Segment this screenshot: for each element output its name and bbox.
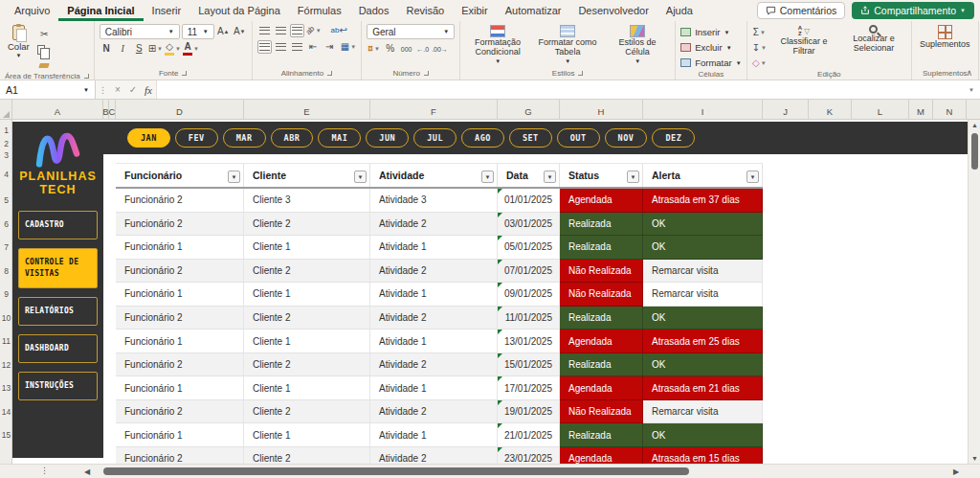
select-all-corner[interactable] — [0, 100, 12, 120]
increase-decimal-icon[interactable]: ←.0 — [415, 42, 430, 56]
row-header-13[interactable]: 13 — [0, 383, 12, 393]
bold-button[interactable]: N — [100, 42, 114, 56]
sheet-tab-handle-icon[interactable]: ⋮ — [40, 466, 49, 475]
cell-status[interactable]: Realizada — [560, 236, 643, 260]
cell-alerta[interactable]: OK — [643, 423, 763, 447]
column-header-E[interactable]: E — [244, 100, 370, 120]
clear-icon[interactable]: ◇▼ — [752, 57, 767, 70]
cell-status[interactable]: Realizada — [560, 353, 643, 377]
cell-data[interactable]: 19/01/2025 — [498, 400, 560, 424]
row-header-1[interactable]: 1 — [0, 125, 12, 135]
cell-status[interactable]: Agendada — [560, 447, 643, 464]
horizontal-scroll-thumb[interactable] — [103, 467, 689, 475]
menu-tab-exibir[interactable]: Exibir — [453, 0, 497, 21]
merge-center-icon[interactable]: ▦▼ — [341, 40, 356, 54]
cell-styles-button[interactable]: Estilos de Célula ▼ — [605, 24, 670, 65]
menu-tab-inserir[interactable]: Inserir — [144, 0, 190, 21]
column-header-M[interactable]: M — [909, 100, 933, 120]
row-header-12[interactable]: 12 — [0, 360, 12, 370]
cell-alerta[interactable]: OK — [643, 213, 763, 237]
month-tab-ago[interactable]: AGO — [461, 128, 504, 148]
align-left-icon[interactable] — [257, 40, 272, 54]
align-top-icon[interactable] — [257, 24, 272, 37]
column-header-F[interactable]: F — [370, 100, 498, 120]
filter-button[interactable]: ▼ — [627, 171, 639, 183]
align-bottom-icon[interactable] — [290, 24, 304, 37]
sidebar-item-dashboard[interactable]: DASHBOARD — [18, 334, 98, 363]
cell-atividade[interactable]: Atividade 1 — [370, 236, 498, 260]
cell-cliente[interactable]: Cliente 3 — [244, 189, 370, 213]
increase-indent-icon[interactable]: ⇥ — [323, 40, 337, 54]
cell-data[interactable]: 03/01/2025 — [498, 213, 560, 237]
sort-filter-button[interactable]: AZ▽ Classificar e Filtrar — [771, 24, 836, 57]
formula-input[interactable] — [156, 80, 963, 99]
month-tab-nov[interactable]: NOV — [605, 128, 648, 148]
filter-button[interactable]: ▼ — [544, 171, 556, 183]
month-tab-set[interactable]: SET — [509, 128, 552, 148]
month-tab-jun[interactable]: JUN — [366, 128, 409, 148]
cell-atividade[interactable]: Atividade 1 — [370, 330, 498, 353]
cell-funcionario[interactable]: Funcionário 2 — [116, 307, 244, 330]
cell-status[interactable]: Agendada — [560, 376, 643, 400]
cell-cliente[interactable]: Cliente 2 — [244, 400, 370, 424]
enter-icon[interactable]: ✓ — [125, 80, 141, 99]
cell-alerta[interactable]: Remarcar visita — [643, 400, 763, 424]
menu-tab-desenvolvedor[interactable]: Desenvolvedor — [569, 0, 657, 21]
vertical-scrollbar[interactable]: ▲ ▼ — [968, 120, 980, 464]
cell-cliente[interactable]: Cliente 2 — [244, 447, 370, 464]
menu-tab-formulas[interactable]: Fórmulas — [289, 0, 350, 21]
cell-data[interactable]: 11/01/2025 — [498, 307, 560, 330]
month-tab-mar[interactable]: MAR — [223, 128, 266, 148]
scroll-left-icon[interactable]: ◀ — [84, 467, 90, 476]
cell-cliente[interactable]: Cliente 1 — [244, 283, 370, 307]
cell-alerta[interactable]: Atrasada em 15 dias — [643, 447, 763, 464]
decrease-font-icon[interactable]: A▼ — [233, 25, 247, 38]
cell-data[interactable]: 09/01/2025 — [498, 283, 560, 307]
conditional-formatting-button[interactable]: Formatação Condicional ▼ — [465, 24, 530, 65]
format-as-table-button[interactable]: Formatar como Tabela ▼ — [535, 24, 600, 65]
row-header-15[interactable]: 15 — [0, 430, 12, 440]
cell-cliente[interactable]: Cliente 1 — [244, 330, 370, 353]
filter-button[interactable]: ▼ — [746, 171, 759, 183]
increase-font-icon[interactable]: A▲ — [216, 25, 231, 38]
column-header-D[interactable]: D — [116, 100, 244, 120]
cell-cliente[interactable]: Cliente 1 — [244, 376, 370, 400]
row-header-6[interactable]: 6 — [0, 219, 12, 229]
cell-alerta[interactable]: Remarcar visita — [643, 283, 763, 307]
addins-button[interactable]: Suplementos — [917, 24, 973, 51]
month-tab-fev[interactable]: FEV — [175, 128, 218, 148]
cell-funcionario[interactable]: Funcionário 1 — [116, 376, 244, 400]
cell-atividade[interactable]: Atividade 2 — [370, 260, 498, 284]
format-painter-icon[interactable] — [37, 58, 52, 72]
cancel-icon[interactable]: × — [110, 80, 125, 99]
month-tab-jul[interactable]: JUL — [413, 128, 457, 148]
dialog-launcher-icon[interactable] — [578, 71, 583, 76]
row-header-8[interactable]: 8 — [0, 266, 12, 276]
scroll-up-icon[interactable]: ▲ — [969, 122, 980, 128]
decrease-indent-icon[interactable]: ⇤ — [306, 40, 321, 54]
sidebar-item-instrucoes[interactable]: INSTRUÇÕES — [18, 372, 98, 400]
align-right-icon[interactable] — [290, 40, 304, 54]
row-header-11[interactable]: 11 — [0, 336, 12, 346]
cell-data[interactable]: 15/01/2025 — [498, 353, 560, 377]
row-header-10[interactable]: 10 — [0, 313, 12, 323]
italic-button[interactable]: I — [116, 42, 130, 56]
month-tab-out[interactable]: OUT — [557, 128, 600, 148]
column-header-A[interactable]: A — [12, 100, 103, 120]
underline-button[interactable]: S — [132, 42, 146, 56]
cell-status[interactable]: Realizada — [560, 423, 643, 447]
thousands-icon[interactable]: 000 — [399, 42, 413, 56]
cell-data[interactable]: 05/01/2025 — [498, 236, 560, 260]
cell-alerta[interactable]: Remarcar visita — [643, 260, 763, 284]
cell-funcionario[interactable]: Funcionário 1 — [116, 236, 244, 260]
cell-atividade[interactable]: Atividade 2 — [370, 400, 498, 424]
column-header-K[interactable]: K — [809, 100, 852, 120]
cell-alerta[interactable]: Atrasada em 37 dias — [643, 189, 763, 213]
cell-funcionario[interactable]: Funcionário 2 — [116, 400, 244, 424]
cell-atividade[interactable]: Atividade 1 — [370, 376, 498, 400]
cell-data[interactable]: 01/01/2025 — [498, 189, 560, 213]
cell-atividade[interactable]: Atividade 2 — [370, 213, 498, 237]
cell-funcionario[interactable]: Funcionário 2 — [116, 353, 244, 377]
cell-cliente[interactable]: Cliente 2 — [244, 307, 370, 330]
font-family-select[interactable]: Calibri▼ — [100, 24, 180, 39]
